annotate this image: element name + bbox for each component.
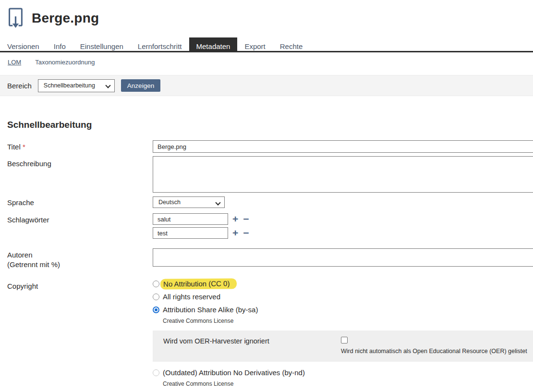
copyright-option-label[interactable]: Attribution Share Alike (by-sa) bbox=[163, 306, 258, 314]
radio-icon[interactable] bbox=[153, 294, 159, 300]
section-heading: Schnellbearbeitung bbox=[7, 120, 533, 130]
tab-export[interactable]: Export bbox=[237, 37, 272, 52]
schlagwoerter-label: Schlagwörter bbox=[7, 213, 153, 225]
titel-input[interactable] bbox=[153, 140, 533, 153]
keyword-input-1[interactable] bbox=[153, 213, 228, 225]
sprache-label: Sprache bbox=[7, 196, 153, 208]
subtab-taxonomiezuordnung[interactable]: Taxonomiezuordnung bbox=[35, 59, 95, 67]
remove-keyword-icon[interactable]: − bbox=[243, 214, 249, 224]
oer-checkbox[interactable] bbox=[341, 337, 348, 343]
oer-harvester-box: Wird vom OER-Harvester ignoriert Wird ni… bbox=[153, 331, 533, 362]
copyright-option-by-nd[interactable]: (Outdated) Attribution No Derivatives (b… bbox=[153, 368, 533, 377]
sprache-select-value: Deutsch bbox=[158, 199, 181, 206]
row-beschreibung: Beschreibung bbox=[7, 157, 533, 193]
chevron-down-icon bbox=[105, 83, 110, 88]
chevron-down-icon bbox=[215, 200, 220, 205]
anzeigen-button[interactable]: Anzeigen bbox=[121, 79, 160, 92]
cc-license-note: Creative Commons License bbox=[163, 318, 533, 324]
sub-tab-bar: LOM Taxonomiezuordnung bbox=[0, 52, 533, 67]
autoren-input[interactable] bbox=[153, 248, 533, 267]
keyword-line: + − bbox=[153, 227, 249, 239]
oer-value: Wird nicht automatisch als Open Educatio… bbox=[341, 337, 527, 355]
add-keyword-icon[interactable]: + bbox=[232, 228, 238, 238]
sprache-select[interactable]: Deutsch bbox=[153, 196, 225, 208]
cc-license-note: Creative Commons License bbox=[163, 380, 533, 387]
autoren-sublabel: (Getrennt mit %) bbox=[7, 260, 153, 270]
row-sprache: Sprache Deutsch bbox=[7, 196, 533, 208]
copyright-options: No Attribution (CC 0) All rights reserve… bbox=[153, 280, 533, 392]
file-download-icon bbox=[5, 7, 26, 29]
copyright-option-by-sa[interactable]: Attribution Share Alike (by-sa) bbox=[153, 306, 533, 314]
autoren-label: Autoren (Getrennt mit %) bbox=[7, 248, 153, 270]
page-title: Berge.png bbox=[32, 11, 99, 26]
row-titel: Titel * bbox=[7, 140, 533, 153]
radio-icon[interactable] bbox=[153, 281, 159, 287]
copyright-label: Copyright bbox=[7, 280, 153, 291]
highlight-annotation: No Attribution (CC 0) bbox=[160, 278, 237, 289]
quick-edit-form: Titel * Beschreibung Sprache Deutsch Sch… bbox=[0, 140, 533, 392]
page-header: Berge.png bbox=[0, 0, 533, 30]
row-schlagwoerter: Schlagwörter + − + − bbox=[7, 213, 533, 241]
oer-hint: Wird nicht automatisch als Open Educatio… bbox=[341, 348, 527, 355]
required-marker: * bbox=[23, 143, 25, 151]
radio-disabled-icon[interactable] bbox=[153, 369, 159, 376]
copyright-option-all-rights[interactable]: All rights reserved bbox=[153, 293, 533, 301]
bereich-label: Bereich bbox=[7, 82, 32, 90]
tab-lernfortschritt[interactable]: Lernfortschritt bbox=[131, 37, 189, 52]
tab-rechte[interactable]: Rechte bbox=[273, 37, 310, 52]
add-keyword-icon[interactable]: + bbox=[232, 214, 238, 224]
copyright-option-label[interactable]: No Attribution (CC 0) bbox=[163, 279, 230, 288]
oer-label: Wird vom OER-Harvester ignoriert bbox=[163, 337, 341, 355]
subtab-lom[interactable]: LOM bbox=[8, 59, 21, 67]
keyword-line: + − bbox=[153, 213, 249, 225]
tab-metadaten[interactable]: Metadaten bbox=[189, 37, 238, 52]
remove-keyword-icon[interactable]: − bbox=[243, 228, 249, 238]
row-copyright: Copyright No Attribution (CC 0) All righ… bbox=[7, 280, 533, 392]
copyright-option-cc0[interactable]: No Attribution (CC 0) bbox=[153, 280, 533, 288]
copyright-option-label[interactable]: All rights reserved bbox=[163, 293, 220, 301]
beschreibung-textarea[interactable] bbox=[153, 156, 533, 193]
beschreibung-label: Beschreibung bbox=[7, 157, 153, 169]
tab-info[interactable]: Info bbox=[47, 37, 73, 52]
bereich-select[interactable]: Schnellbearbeitung bbox=[38, 79, 115, 92]
bereich-select-value: Schnellbearbeitung bbox=[44, 82, 95, 89]
main-tab-bar: Versionen Info Einstellungen Lernfortsch… bbox=[0, 37, 533, 52]
row-autoren: Autoren (Getrennt mit %) bbox=[7, 248, 533, 270]
keyword-input-2[interactable] bbox=[153, 227, 228, 239]
copyright-option-label[interactable]: (Outdated) Attribution No Derivatives (b… bbox=[163, 368, 305, 377]
tab-versionen[interactable]: Versionen bbox=[0, 37, 47, 52]
bereich-toolbar: Bereich Schnellbearbeitung Anzeigen bbox=[0, 75, 533, 96]
tab-einstellungen[interactable]: Einstellungen bbox=[73, 37, 131, 52]
radio-selected-icon[interactable] bbox=[153, 306, 159, 313]
titel-label: Titel * bbox=[7, 140, 153, 152]
